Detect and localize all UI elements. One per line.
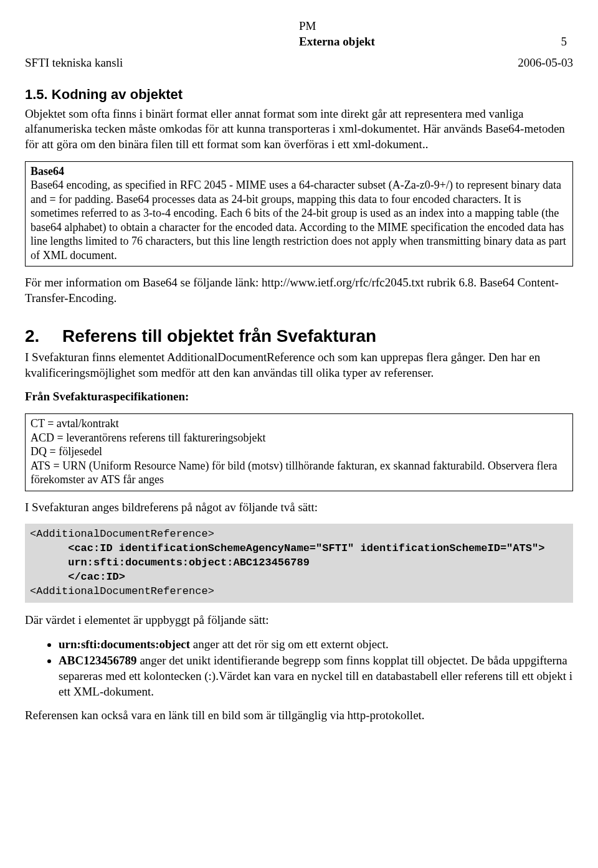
spec-label: Från Svefakturaspecifikationen:: [25, 389, 573, 405]
section-2-para1: I Svefakturan finns elementet Additional…: [25, 350, 573, 380]
bullet-list: urn:sfti:documents:object anger att det …: [25, 637, 573, 700]
header-org: SFTI tekniska kansli: [25, 55, 123, 71]
section-2-para3: Där värdet i elementet är uppbyggt på fö…: [25, 613, 573, 628]
base64-box-body: Base64 encoding, as specified in RFC 204…: [31, 178, 567, 262]
code-line-3: <AdditionalDocumentReference>: [30, 585, 214, 597]
code-line-1: <AdditionalDocumentReference>: [30, 528, 214, 540]
section-2-num: 2.: [25, 325, 62, 347]
bullet-rest-0: anger att det rör sig om ett externt obj…: [190, 638, 389, 651]
page-header: PM Externa objekt 5 SFTI tekniska kansli…: [25, 19, 573, 71]
section-2-para2: I Svefakturan anges bildreferens på någo…: [25, 500, 573, 516]
section-1-5-heading: 1.5. Kodning av objektet: [25, 86, 573, 104]
header-title: Externa objekt: [299, 34, 375, 50]
spec-box: CT = avtal/kontrakt ACD = leverantörens …: [25, 413, 573, 491]
code-line-2c: </cac:ID>: [30, 571, 125, 583]
xml-code-block: <AdditionalDocumentReference> <cac:ID id…: [25, 524, 573, 603]
bullet-bold-1: ABC123456789: [59, 654, 137, 667]
code-line-2a: <cac:ID identificationSchemeAgencyName="…: [30, 542, 544, 554]
page-number: 5: [561, 34, 567, 50]
section-2-heading: 2.Referens till objektet från Svefaktura…: [25, 325, 573, 347]
bullet-bold-0: urn:sfti:documents:object: [59, 638, 190, 651]
list-item: ABC123456789 anger det unikt identifiera…: [59, 653, 573, 699]
code-line-2b: urn:sfti:documents:object:ABC123456789: [30, 557, 310, 568]
section-1-5-para1: Objektet som ofta finns i binärt format …: [25, 106, 573, 153]
header-date: 2006-05-03: [518, 55, 573, 71]
header-pm: PM: [299, 19, 573, 34]
section-2-para4: Referensen kan också vara en länk till e…: [25, 708, 573, 724]
section-2-title: Referens till objektet från Svefakturan: [62, 326, 376, 346]
base64-box: Base64 Base64 encoding, as specified in …: [25, 161, 573, 267]
section-1-5-para2: För mer information om Base64 se följand…: [25, 275, 573, 306]
base64-box-title: Base64: [31, 164, 567, 179]
list-item: urn:sfti:documents:object anger att det …: [59, 637, 573, 653]
